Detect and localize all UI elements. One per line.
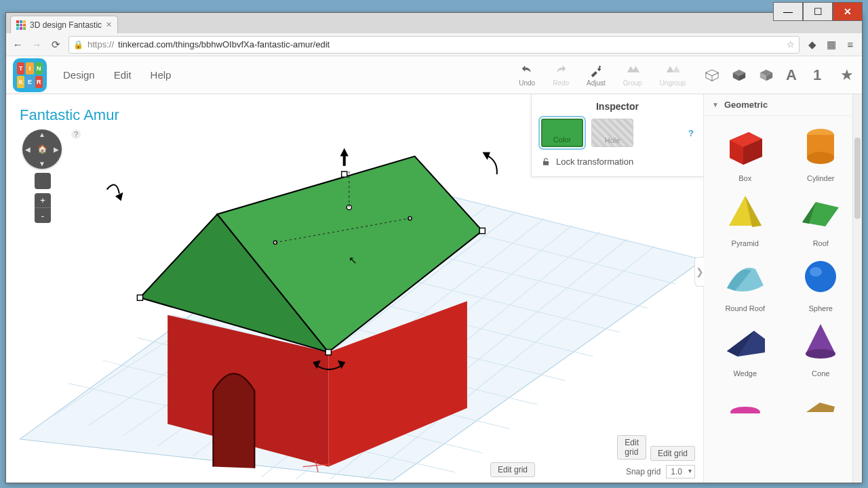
cube-solid-icon[interactable] [732,68,747,83]
bookmark-star-icon[interactable]: ☆ [787,39,795,49]
svg-marker-38 [484,153,489,159]
redo-button[interactable]: Redo [553,63,569,87]
window-close-button[interactable]: ✕ [833,2,863,21]
forward-button[interactable]: → [31,39,43,51]
tinkercad-logo[interactable]: TIN KER [13,58,47,92]
extension-icon-2[interactable]: ▦ [825,39,837,51]
shapes-panel: ❯ ▼ Geometric Box Cylinder Pyramid [703,94,862,483]
shape-cone[interactable]: Cone [787,317,856,378]
color-swatch-button[interactable]: Color [541,119,583,147]
group-button[interactable]: Group [623,63,642,87]
adjust-button[interactable]: Adjust [587,63,606,87]
number-tool-icon[interactable]: 1 [813,68,828,83]
menu-design[interactable]: Design [63,69,95,81]
shapes-scrollbar[interactable] [852,94,862,483]
shape-roof[interactable]: Roof [787,186,856,247]
app-toolbar: TIN KER Design Edit Help Undo Redo Adjus… [6,56,862,94]
svg-rect-27 [137,295,142,300]
shape-cylinder[interactable]: Cylinder [787,121,856,182]
shapes-category-header[interactable]: ▼ Geometric [704,94,862,116]
svg-point-57 [806,349,835,359]
inspector-title: Inspector [541,101,694,112]
edit-grid-button-2[interactable]: Edit grid [617,435,646,460]
shape-roundroof[interactable]: Round Roof [711,251,780,312]
svg-rect-28 [326,350,331,355]
tab-title: 3D design Fantastic [30,20,102,30]
text-tool-icon[interactable]: A [786,68,801,83]
window-maximize-button[interactable]: ☐ [803,2,833,21]
extension-icon[interactable]: ◆ [806,39,818,51]
svg-point-47 [807,152,834,164]
svg-point-58 [730,407,760,413]
back-button[interactable]: ← [12,39,24,51]
panel-collapse-handle[interactable]: ❯ [694,257,704,287]
cube-stripe-icon[interactable] [759,68,774,83]
svg-marker-39 [117,194,122,200]
favorite-icon[interactable]: ★ [840,68,855,83]
undo-button[interactable]: Undo [519,63,535,87]
inspector-panel: Inspector Color Hole ? Lock transformati… [531,94,703,177]
chevron-down-icon: ▼ [712,101,719,108]
browser-tab[interactable]: 3D design Fantastic ✕ [10,16,118,33]
lock-transform-button[interactable]: Lock transformation [556,157,633,167]
snap-grid-select[interactable]: 1.0 [666,465,695,479]
url-text: tinkercad.com/things/bbhwOIbvfXa-fantast… [118,39,330,49]
shape-pyramid[interactable]: Pyramid [711,186,780,247]
browser-tabstrip: 3D design Fantastic ✕ [6,13,862,33]
edit-grid-button[interactable]: Edit grid [490,462,535,477]
unlock-icon [541,157,551,167]
edit-grid-button[interactable]: Edit grid [650,446,695,461]
shape-wedge[interactable]: Wedge [711,317,780,378]
shape-box[interactable]: Box [711,121,780,182]
browser-toolbar: ← → ⟳ 🔒 https:// tinkercad.com/things/bb… [6,33,862,56]
inspector-help-icon[interactable]: ? [688,128,694,138]
favicon-icon [16,20,26,30]
reload-button[interactable]: ⟳ [50,39,62,51]
svg-rect-29 [479,228,485,233]
svg-point-53 [810,267,822,277]
lock-icon: 🔒 [73,40,83,49]
workplane-icon[interactable] [705,68,719,83]
url-scheme: https:// [87,39,114,49]
menu-help[interactable]: Help [151,69,172,81]
shape-sphere[interactable]: Sphere [787,251,856,312]
snap-grid-label: Snap grid [626,467,660,476]
canvas-3d[interactable]: Fantastic Amur ? ▲▼◀▶ + - [6,94,703,483]
menu-edit[interactable]: Edit [114,69,132,81]
svg-point-52 [805,261,836,292]
tab-close-icon[interactable]: ✕ [106,20,112,29]
shape-more-2[interactable] [787,382,856,432]
chrome-menu-icon[interactable]: ≡ [844,39,856,51]
address-bar[interactable]: 🔒 https:// tinkercad.com/things/bbhwOIbv… [68,36,800,54]
svg-rect-30 [342,171,347,177]
hole-swatch-button[interactable]: Hole [591,119,633,147]
svg-marker-59 [806,403,835,412]
ungroup-button[interactable]: Ungroup [660,63,686,87]
window-minimize-button[interactable]: — [773,2,803,21]
shape-more-1[interactable] [711,382,780,432]
